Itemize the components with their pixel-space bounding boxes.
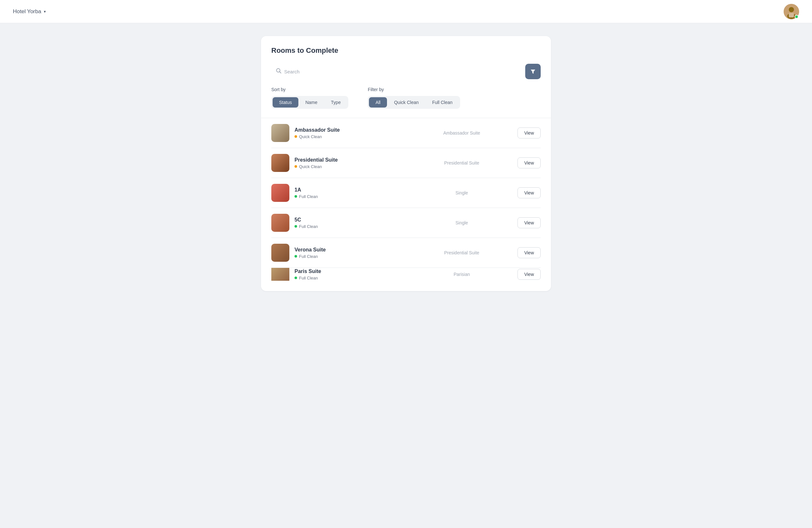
room-type: Presidential Suite — [406, 250, 518, 255]
view-button[interactable]: View — [518, 187, 541, 198]
status-text: Full Clean — [299, 224, 318, 229]
svg-point-1 — [789, 7, 794, 12]
room-status: Full Clean — [294, 194, 406, 199]
room-type: Single — [406, 190, 518, 195]
room-type: Ambassador Suite — [406, 131, 518, 136]
room-item: Presidential Suite Quick Clean President… — [271, 148, 541, 178]
room-thumbnail — [271, 244, 289, 262]
sort-label: Sort by — [271, 87, 348, 92]
room-info: 5C Full Clean — [294, 217, 406, 229]
sort-name-button[interactable]: Name — [299, 97, 324, 107]
room-status: Quick Clean — [294, 164, 406, 169]
room-type: Parisian — [406, 272, 518, 277]
room-item: 1A Full Clean Single View — [271, 178, 541, 208]
view-button[interactable]: View — [518, 269, 541, 280]
room-name: 1A — [294, 187, 406, 193]
sort-group: Sort by Status Name Type — [271, 87, 348, 109]
app-header: Hotel Yorba ▾ — [0, 0, 812, 23]
room-thumbnail — [271, 268, 289, 281]
search-icon — [276, 68, 281, 75]
room-status: Full Clean — [294, 276, 406, 281]
status-text: Full Clean — [299, 194, 318, 199]
room-item: Ambassador Suite Quick Clean Ambassador … — [271, 118, 541, 148]
svg-rect-3 — [789, 13, 794, 17]
room-item: 5C Full Clean Single View — [271, 208, 541, 238]
room-name: 5C — [294, 217, 406, 223]
status-dot — [294, 276, 297, 279]
rooms-card: Rooms to Complete Sort by — [261, 36, 551, 291]
view-button[interactable]: View — [518, 217, 541, 228]
hotel-name: Hotel Yorba — [13, 9, 41, 15]
hotel-selector[interactable]: Hotel Yorba ▾ — [13, 9, 46, 15]
room-item: Verona Suite Full Clean Presidential Sui… — [271, 238, 541, 268]
room-name: Verona Suite — [294, 247, 406, 253]
status-dot — [294, 225, 297, 228]
main-content: Rooms to Complete Sort by — [0, 23, 812, 304]
room-name: Paris Suite — [294, 269, 406, 274]
status-text: Full Clean — [299, 276, 318, 281]
view-button[interactable]: View — [518, 127, 541, 138]
status-dot — [294, 135, 297, 138]
search-row — [271, 64, 541, 79]
view-button[interactable]: View — [518, 247, 541, 258]
room-item: Paris Suite Full Clean Parisian View — [271, 268, 541, 281]
filter-all-button[interactable]: All — [369, 97, 387, 107]
status-text: Quick Clean — [299, 164, 322, 169]
search-wrapper — [271, 66, 521, 78]
online-status-dot — [795, 15, 798, 19]
room-name: Ambassador Suite — [294, 127, 406, 133]
room-status: Full Clean — [294, 224, 406, 229]
room-list: Ambassador Suite Quick Clean Ambassador … — [271, 118, 541, 281]
status-dot — [294, 255, 297, 258]
room-info: Paris Suite Full Clean — [294, 269, 406, 281]
filter-fullclean-button[interactable]: Full Clean — [426, 97, 459, 107]
room-thumbnail — [271, 214, 289, 232]
room-thumbnail — [271, 124, 289, 142]
sort-type-button[interactable]: Type — [324, 97, 347, 107]
filter-group: Filter by All Quick Clean Full Clean — [368, 87, 460, 109]
room-status: Full Clean — [294, 254, 406, 259]
room-type: Single — [406, 220, 518, 225]
room-info: 1A Full Clean — [294, 187, 406, 199]
chevron-down-icon: ▾ — [44, 9, 46, 14]
sort-pills: Status Name Type — [271, 96, 348, 109]
filter-icon — [530, 68, 536, 75]
room-name: Presidential Suite — [294, 157, 406, 163]
sort-status-button[interactable]: Status — [273, 97, 299, 107]
filter-pills: All Quick Clean Full Clean — [368, 96, 460, 109]
svg-marker-6 — [531, 70, 535, 74]
status-dot — [294, 165, 297, 168]
page-title: Rooms to Complete — [271, 46, 541, 55]
room-info: Presidential Suite Quick Clean — [294, 157, 406, 169]
user-avatar-wrapper[interactable] — [784, 4, 799, 19]
filter-button[interactable] — [525, 64, 541, 79]
svg-line-5 — [280, 72, 281, 73]
status-text: Full Clean — [299, 254, 318, 259]
controls-row: Sort by Status Name Type Filter by All Q… — [271, 87, 541, 109]
room-thumbnail — [271, 154, 289, 172]
room-info: Verona Suite Full Clean — [294, 247, 406, 259]
room-type: Presidential Suite — [406, 160, 518, 165]
search-input[interactable] — [271, 66, 521, 78]
room-thumbnail — [271, 184, 289, 202]
status-text: Quick Clean — [299, 134, 322, 139]
filter-quickclean-button[interactable]: Quick Clean — [388, 97, 425, 107]
status-dot — [294, 195, 297, 198]
view-button[interactable]: View — [518, 157, 541, 168]
filter-label: Filter by — [368, 87, 460, 92]
room-info: Ambassador Suite Quick Clean — [294, 127, 406, 139]
room-status: Quick Clean — [294, 134, 406, 139]
